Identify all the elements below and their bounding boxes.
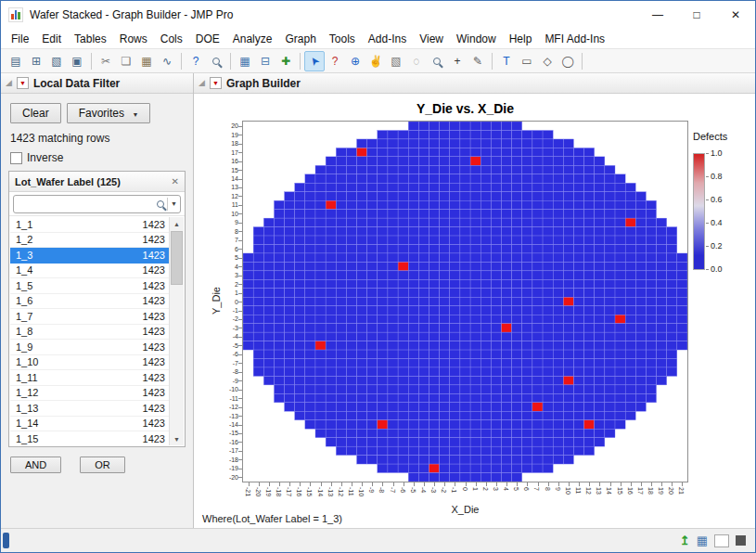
die-cell[interactable]: [418, 253, 429, 262]
die-cell[interactable]: [450, 464, 460, 472]
die-cell[interactable]: [274, 289, 284, 297]
die-cell[interactable]: [481, 174, 491, 183]
die-cell[interactable]: [635, 306, 646, 315]
die-cell[interactable]: [346, 279, 356, 288]
die-cell[interactable]: [501, 210, 511, 218]
die-cell[interactable]: [501, 253, 511, 262]
scroll-up-arrow[interactable]: ▲: [170, 217, 184, 230]
die-cell[interactable]: [367, 210, 378, 218]
die-cell[interactable]: [388, 315, 398, 323]
and-button[interactable]: AND: [10, 457, 61, 473]
die-cell[interactable]: [388, 403, 398, 411]
die-cell[interactable]: [470, 393, 481, 402]
die-cell[interactable]: [378, 332, 388, 341]
die-cell[interactable]: [677, 271, 687, 279]
die-cell[interactable]: [388, 174, 398, 183]
die-cell[interactable]: [512, 464, 522, 472]
die-cell[interactable]: [336, 341, 346, 350]
filter-item-1_13[interactable]: 1_131423: [10, 401, 169, 417]
die-cell[interactable]: [357, 148, 367, 156]
die-cell[interactable]: [657, 236, 667, 244]
die-cell[interactable]: [357, 192, 367, 200]
die-cell[interactable]: [470, 210, 481, 218]
die-cell[interactable]: [315, 341, 326, 350]
filter-item-1_5[interactable]: 1_51423: [10, 278, 169, 294]
die-cell[interactable]: [440, 130, 450, 138]
die-cell[interactable]: [573, 165, 583, 174]
die-cell[interactable]: [357, 438, 367, 446]
die-cell[interactable]: [378, 210, 388, 218]
die-cell[interactable]: [388, 244, 398, 252]
die-cell[interactable]: [418, 139, 429, 148]
die-cell[interactable]: [440, 411, 450, 419]
die-cell[interactable]: [398, 306, 408, 315]
menu-doe[interactable]: DOE: [189, 30, 226, 48]
die-cell[interactable]: [584, 218, 595, 226]
die-cell[interactable]: [512, 148, 522, 156]
die-cell[interactable]: [450, 139, 460, 148]
panel-collapse-icon[interactable]: ◢: [199, 79, 205, 87]
die-cell[interactable]: [460, 157, 470, 165]
die-cell[interactable]: [615, 174, 625, 183]
magnifier-tool-button[interactable]: [427, 51, 447, 71]
brush-tool-button[interactable]: ▧: [386, 51, 406, 71]
die-cell[interactable]: [450, 236, 460, 244]
die-cell[interactable]: [263, 359, 274, 367]
die-cell[interactable]: [315, 297, 326, 305]
die-cell[interactable]: [315, 376, 326, 384]
die-cell[interactable]: [450, 289, 460, 297]
die-cell[interactable]: [481, 367, 491, 376]
die-cell[interactable]: [460, 210, 470, 218]
die-cell[interactable]: [253, 341, 263, 350]
die-cell[interactable]: [595, 244, 605, 252]
die-cell[interactable]: [305, 227, 315, 236]
die-cell[interactable]: [398, 420, 408, 429]
die-cell[interactable]: [274, 376, 284, 384]
die-cell[interactable]: [635, 403, 646, 411]
die-cell[interactable]: [274, 306, 284, 315]
die-cell[interactable]: [367, 174, 378, 183]
die-cell[interactable]: [315, 385, 326, 393]
die-cell[interactable]: [553, 227, 563, 236]
die-cell[interactable]: [491, 157, 501, 165]
die-cell[interactable]: [563, 227, 573, 236]
die-cell[interactable]: [605, 165, 615, 174]
die-cell[interactable]: [295, 289, 305, 297]
die-cell[interactable]: [584, 385, 595, 393]
die-cell[interactable]: [440, 359, 450, 367]
die-cell[interactable]: [553, 148, 563, 156]
die-cell[interactable]: [522, 297, 532, 305]
die-cell[interactable]: [450, 446, 460, 455]
die-cell[interactable]: [326, 306, 336, 315]
die-cell[interactable]: [657, 244, 667, 252]
die-cell[interactable]: [481, 456, 491, 464]
die-cell[interactable]: [470, 271, 481, 279]
die-cell[interactable]: [646, 306, 656, 315]
die-cell[interactable]: [346, 420, 356, 429]
die-cell[interactable]: [295, 324, 305, 332]
die-cell[interactable]: [336, 411, 346, 419]
die-cell[interactable]: [346, 174, 356, 183]
die-cell[interactable]: [563, 429, 573, 437]
die-cell[interactable]: [470, 148, 481, 156]
die-cell[interactable]: [429, 148, 440, 156]
die-cell[interactable]: [378, 446, 388, 455]
die-cell[interactable]: [408, 279, 418, 288]
die-cell[interactable]: [512, 324, 522, 332]
resize-grip[interactable]: [736, 535, 746, 546]
die-cell[interactable]: [378, 429, 388, 437]
die-cell[interactable]: [512, 157, 522, 165]
die-cell[interactable]: [625, 359, 635, 367]
die-cell[interactable]: [635, 324, 646, 332]
die-cell[interactable]: [573, 446, 583, 455]
die-cell[interactable]: [429, 210, 440, 218]
die-cell[interactable]: [357, 183, 367, 191]
die-cell[interactable]: [563, 411, 573, 419]
die-cell[interactable]: [440, 244, 450, 252]
die-cell[interactable]: [584, 271, 595, 279]
die-cell[interactable]: [408, 157, 418, 165]
die-cell[interactable]: [573, 192, 583, 200]
die-cell[interactable]: [481, 359, 491, 367]
die-cell[interactable]: [595, 315, 605, 323]
die-cell[interactable]: [388, 438, 398, 446]
